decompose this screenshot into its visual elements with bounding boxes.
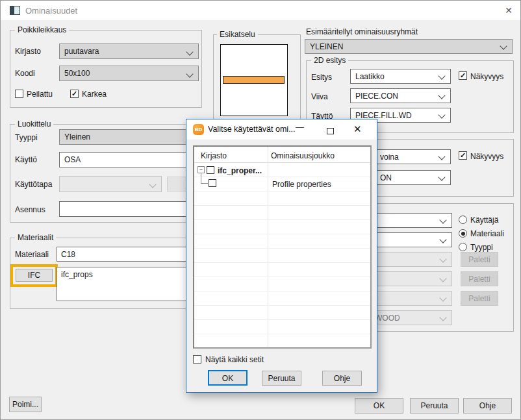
- chevron-down-icon: [186, 48, 193, 55]
- kayttotapa-combo[interactable]: [59, 176, 162, 192]
- poimi-button[interactable]: Poimi...: [9, 397, 42, 412]
- peruuta-button[interactable]: Peruuta: [410, 398, 459, 414]
- radio-kayttaja-label: Käyttäjä: [470, 216, 498, 225]
- property-set-list[interactable]: Kirjasto Ominaisuusjoukko − ifc_proper..…: [193, 145, 372, 349]
- modal-ohje-button[interactable]: Ohje: [322, 371, 362, 386]
- chevron-down-icon: [439, 314, 446, 321]
- row-divider: [194, 291, 370, 291]
- predefined-groups-combo[interactable]: YLEINEN: [305, 39, 513, 54]
- paletti-button-3: Paletti: [461, 291, 498, 306]
- radio-materiaali[interactable]: [459, 229, 467, 238]
- window-title: Ominaisuudet: [25, 6, 77, 16]
- karkea-label: Karkea: [82, 90, 107, 99]
- chevron-down-icon: [439, 275, 446, 282]
- show-all-sets-checkbox[interactable]: [193, 355, 201, 364]
- esitys-combo[interactable]: Laatikko: [350, 69, 451, 84]
- tyyppi-label: Tyyppi: [15, 133, 38, 142]
- koodi-label: Koodi: [15, 69, 35, 78]
- row-divider: [194, 177, 370, 177]
- viiva-value: PIECE.CON: [355, 92, 398, 101]
- kirjasto-value: puutavara: [64, 47, 99, 56]
- koodi-value: 50x100: [64, 69, 90, 78]
- chevron-down-icon: [438, 92, 445, 99]
- chevron-down-icon: [438, 111, 445, 118]
- group-poikkileikkaus-title: Poikkileikkaus: [15, 25, 69, 34]
- row-divider: [194, 248, 370, 249]
- chevron-down-icon: [438, 173, 445, 180]
- bd-app-icon: BD: [193, 124, 204, 135]
- header-divider: [194, 162, 370, 163]
- radio-tyyppi-label: Tyyppi: [470, 243, 493, 252]
- row-divider: [194, 277, 370, 277]
- ifc-props-textarea[interactable]: ifc_props: [57, 267, 202, 301]
- row-divider: [194, 205, 370, 206]
- row-divider: [194, 234, 370, 234]
- modal-ok-button[interactable]: OK: [208, 370, 248, 386]
- modal-peruuta-button[interactable]: Peruuta: [262, 371, 301, 386]
- modal-title-bar: BD Valitse käytettävät omi... — ✕: [186, 119, 377, 140]
- ohje-button[interactable]: Ohje: [463, 398, 512, 414]
- close-icon[interactable]: ✕: [505, 5, 513, 16]
- title-bar: Ominaisuudet ✕: [1, 1, 520, 20]
- viiva-combo[interactable]: PIECE.CON: [350, 88, 451, 103]
- column-header-kirjasto: Kirjasto: [201, 151, 227, 160]
- row-divider: [194, 305, 370, 306]
- viiva-label: Viiva: [311, 92, 328, 101]
- properties-dialog: Ominaisuudet ✕ Poikkileikkaus Kirjasto p…: [0, 0, 521, 420]
- kirjasto-label: Kirjasto: [15, 47, 41, 56]
- tyyppi-value: Yleinen: [64, 132, 90, 142]
- close-icon[interactable]: ✕: [353, 123, 362, 135]
- minimize-icon[interactable]: —: [296, 122, 304, 132]
- show-all-sets-label: Näytä kaikki setit: [205, 355, 264, 364]
- select-property-sets-dialog: BD Valitse käytettävät omi... — ✕ Kirjas…: [186, 119, 377, 393]
- chevron-down-icon: [186, 70, 193, 77]
- chevron-down-icon: [439, 236, 446, 243]
- library-checkbox[interactable]: [207, 166, 214, 174]
- kirjasto-combo[interactable]: puutavara: [59, 43, 199, 59]
- peilattu-checkbox[interactable]: [15, 90, 23, 98]
- chevron-down-icon: [438, 72, 445, 79]
- kaytto-value: OSA: [64, 155, 81, 164]
- materiaali-input[interactable]: C18: [57, 247, 202, 262]
- kaytto-combo[interactable]: OSA: [59, 152, 202, 167]
- radio-selected-dot: [461, 232, 465, 236]
- nakyvyys-3d-label: Näkyvyys: [470, 152, 503, 161]
- esitys-value: Laatikko: [355, 72, 385, 81]
- predefined-groups-value: YLEINEN: [310, 42, 343, 51]
- kayttotapa-label: Käyttötapa: [15, 180, 52, 189]
- chevron-down-icon: [438, 153, 445, 160]
- radio-tyyppi[interactable]: [459, 243, 467, 251]
- nakyvyys-3d-checkbox[interactable]: ✓: [459, 151, 467, 160]
- kaytto-label: Käyttö: [15, 155, 37, 164]
- ok-button[interactable]: OK: [355, 398, 403, 414]
- library-name[interactable]: ifc_proper...: [218, 166, 262, 175]
- ifc-button[interactable]: IFC: [16, 269, 53, 282]
- tyyppi-combo[interactable]: Yleinen: [59, 129, 202, 145]
- maximize-icon[interactable]: [327, 128, 334, 134]
- group-esikatselu-title: Esikatselu: [217, 30, 258, 39]
- tree-line-horizontal: [201, 183, 208, 184]
- group-materiaalit-title: Materiaalit: [15, 233, 56, 242]
- paletti-button-1: Paletti: [461, 252, 498, 267]
- materiaali-label: Materiaali: [15, 250, 49, 259]
- group-2d-esitys-title: 2D esitys: [311, 56, 348, 65]
- karkea-checkbox[interactable]: ✓: [70, 90, 79, 98]
- nakyvyys-2d-checkbox[interactable]: ✓: [459, 71, 467, 80]
- asennus-label: Asennus: [15, 205, 45, 214]
- app-icon: [10, 6, 20, 15]
- chevron-down-icon: [439, 216, 446, 223]
- koodi-combo[interactable]: 50x100: [59, 66, 199, 81]
- property-set-checkbox[interactable]: [209, 179, 216, 187]
- radio-kayttaja[interactable]: [459, 216, 467, 224]
- paletti-button-2: Paletti: [461, 271, 498, 286]
- row-divider: [194, 319, 370, 320]
- asennus-input[interactable]: [59, 201, 202, 217]
- expand-collapse-icon[interactable]: −: [197, 166, 205, 173]
- chevron-down-icon: [439, 294, 446, 301]
- predefined-groups-label: Esimääritellyt ominaisuusryhmät: [306, 27, 418, 36]
- radio-materiaali-label: Materiaali: [470, 229, 504, 238]
- property-set-name[interactable]: Profile properties: [272, 180, 331, 189]
- row-divider: [194, 334, 370, 334]
- nakyvyys-2d-label: Näkyvyys: [470, 72, 503, 81]
- group-luokittelu-title: Luokittelu: [15, 119, 53, 129]
